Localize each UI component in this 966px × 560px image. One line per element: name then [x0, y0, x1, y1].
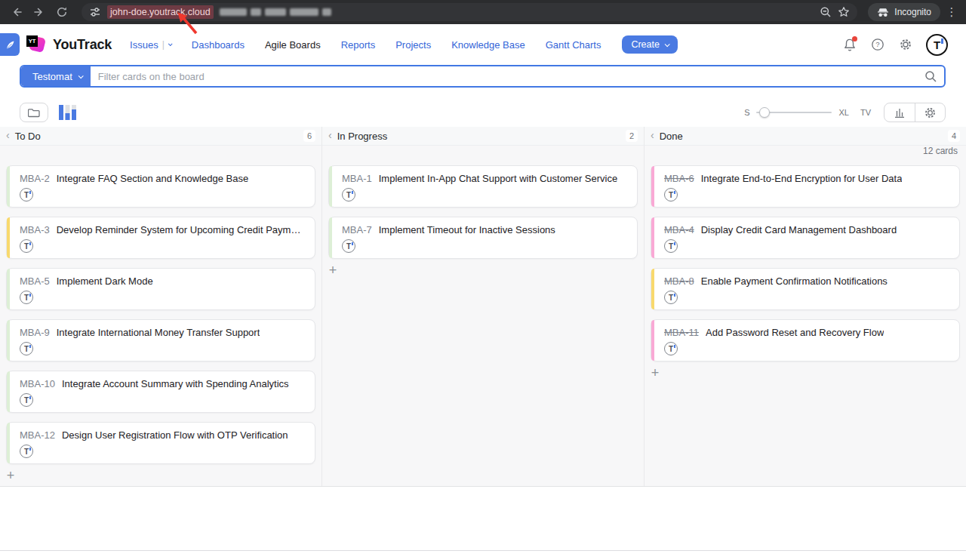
issue-id[interactable]: MBA-1	[342, 173, 372, 184]
issue-id[interactable]: MBA-5	[20, 275, 50, 287]
column-header[interactable]: ‹ Done 4	[645, 127, 966, 146]
assignee-avatar[interactable]: T	[20, 239, 33, 253]
issue-id[interactable]: MBA-6	[664, 173, 694, 184]
zoom-level-icon[interactable]	[820, 6, 832, 18]
url-text[interactable]: john-doe.youtrack.cloud	[107, 5, 214, 19]
issue-id[interactable]: MBA-11	[664, 327, 699, 338]
collapse-column-icon[interactable]: ‹	[651, 130, 654, 140]
browser-menu-icon[interactable]: ⋮	[945, 5, 958, 19]
issue-card[interactable]: MBA-10 Integrate Account Summary with Sp…	[6, 371, 315, 413]
youtrack-logo-icon: YT	[26, 35, 46, 55]
collapse-column-icon[interactable]: ‹	[6, 130, 10, 140]
issue-card[interactable]: MBA-4 Display Credit Card Management Das…	[651, 217, 960, 259]
reload-icon[interactable]	[53, 3, 71, 21]
add-card-button[interactable]: +	[327, 265, 339, 277]
create-button[interactable]: Create	[622, 35, 678, 54]
board-settings-button[interactable]	[915, 103, 945, 122]
issue-id[interactable]: MBA-2	[20, 173, 50, 184]
issue-title[interactable]: Display Credit Card Management Dashboard	[701, 224, 897, 235]
slider-knob[interactable]	[759, 107, 770, 118]
nav-group-dashboards: Dashboards	[192, 39, 245, 51]
issue-card[interactable]: MBA-1 Implement In-App Chat Support with…	[328, 165, 638, 208]
page: john-doe.youtrack.cloud Incognito ⋮ YT	[0, 0, 966, 560]
help-icon[interactable]: ?	[870, 37, 885, 52]
issue-title[interactable]: Develop Reminder System for Upcoming Cre…	[57, 224, 306, 235]
card-size-slider[interactable]	[756, 107, 832, 118]
assignee-avatar[interactable]: T	[664, 188, 678, 202]
issue-id[interactable]: MBA-10	[20, 378, 55, 389]
assignee-avatar[interactable]: T	[20, 445, 33, 458]
issue-card[interactable]: MBA-8 Enable Payment Confirmation Notifi…	[651, 268, 960, 310]
nav-item-agile-boards[interactable]: Agile Boards	[265, 39, 321, 51]
assignee-avatar[interactable]: T	[342, 188, 355, 202]
issue-title[interactable]: Add Password Reset and Recovery Flow	[706, 327, 884, 338]
assignee-avatar[interactable]: T	[342, 239, 355, 253]
swimlanes-chart-toggle[interactable]	[58, 104, 77, 121]
issue-card[interactable]: MBA-2 Integrate FAQ Section and Knowledg…	[6, 165, 315, 208]
settings-gear-icon[interactable]	[898, 37, 913, 52]
avatar-accent	[29, 396, 31, 399]
issue-card[interactable]: MBA-3 Develop Reminder System for Upcomi…	[6, 217, 315, 259]
address-bar[interactable]: john-doe.youtrack.cloud	[82, 3, 857, 21]
issue-id[interactable]: MBA-12	[20, 429, 55, 441]
issue-id[interactable]: MBA-4	[664, 224, 694, 235]
issue-title[interactable]: Integrate International Money Transfer S…	[57, 327, 260, 338]
nav-item-reports[interactable]: Reports	[341, 39, 376, 51]
site-settings-icon[interactable]	[89, 6, 101, 18]
issue-card[interactable]: MBA-7 Implement Timeout for Inactive Ses…	[328, 217, 638, 259]
issue-title[interactable]: Integrate End-to-End Encryption for User…	[701, 173, 903, 184]
issue-title[interactable]: Enable Payment Confirmation Notification…	[701, 275, 888, 287]
nav-item-knowledge-base[interactable]: Knowledge Base	[451, 39, 525, 51]
nav-item-issues[interactable]: Issues	[130, 39, 158, 51]
assignee-avatar[interactable]: T	[20, 188, 33, 202]
issue-id[interactable]: MBA-8	[664, 275, 694, 287]
forward-icon[interactable]	[30, 3, 48, 21]
chart-view-button[interactable]	[884, 103, 915, 122]
issue-title[interactable]: Integrate Account Summary with Spending …	[62, 378, 289, 389]
user-avatar[interactable]: T	[926, 34, 948, 56]
extension-quill-tab[interactable]	[0, 33, 20, 56]
column-header[interactable]: ‹ In Progress 2	[322, 127, 644, 146]
assignee-avatar[interactable]: T	[664, 291, 678, 304]
notifications-bell-icon[interactable]	[842, 37, 857, 52]
issue-id[interactable]: MBA-9	[20, 327, 50, 338]
assignee-avatar[interactable]: T	[20, 393, 33, 407]
collapse-column-icon[interactable]: ‹	[328, 130, 332, 140]
issue-card[interactable]: MBA-12 Design User Registration Flow wit…	[6, 422, 315, 464]
issue-title[interactable]: Design User Registration Flow with OTP V…	[62, 429, 288, 441]
nav-item-projects[interactable]: Projects	[395, 39, 431, 51]
issue-card[interactable]: MBA-11 Add Password Reset and Recovery F…	[651, 319, 960, 362]
assignee-avatar[interactable]: T	[20, 342, 33, 355]
bookmark-star-icon[interactable]	[838, 6, 850, 18]
issue-id[interactable]: MBA-3	[20, 224, 50, 235]
assignee-avatar[interactable]: T	[20, 291, 33, 304]
search-icon[interactable]	[924, 70, 937, 83]
back-icon[interactable]	[8, 3, 26, 21]
filter-cards-input[interactable]	[91, 66, 924, 86]
nav-item-dashboards[interactable]: Dashboards	[192, 39, 245, 51]
column-header[interactable]: ‹ To Do 6	[0, 127, 321, 146]
nav-item-gantt-charts[interactable]: Gantt Charts	[546, 39, 601, 51]
board-selector-button[interactable]: Testomat	[21, 66, 91, 86]
assignee-avatar[interactable]: T	[664, 342, 678, 355]
assignee-avatar[interactable]: T	[664, 239, 678, 253]
chevron-down-icon[interactable]	[168, 42, 173, 46]
column-cards: MBA-2 Integrate FAQ Section and Knowledg…	[0, 146, 321, 482]
youtrack-logo[interactable]: YT YouTrack	[26, 35, 112, 55]
issue-title[interactable]: Implement Timeout for Inactive Sessions	[379, 224, 555, 235]
issue-title[interactable]: Implement Dark Mode	[57, 275, 153, 287]
add-card-button[interactable]: +	[649, 368, 661, 380]
issue-card[interactable]: MBA-9 Integrate International Money Tran…	[6, 319, 315, 362]
issue-id[interactable]: MBA-7	[342, 224, 372, 235]
backlog-folder-button[interactable]	[20, 103, 48, 122]
priority-stripe	[7, 217, 10, 258]
issue-card[interactable]: MBA-5 Implement Dark Mode T	[6, 268, 315, 310]
issue-title[interactable]: Implement In-App Chat Support with Custo…	[379, 173, 617, 184]
tv-mode-button[interactable]: TV	[860, 108, 871, 117]
issue-title[interactable]: Integrate FAQ Section and Knowledge Base	[57, 173, 248, 184]
quill-icon	[5, 39, 16, 51]
add-card-button[interactable]: +	[5, 470, 17, 482]
incognito-badge: Incognito	[868, 3, 940, 21]
issue-card[interactable]: MBA-6 Integrate End-to-End Encryption fo…	[651, 165, 960, 208]
avatar-accent	[674, 294, 675, 297]
